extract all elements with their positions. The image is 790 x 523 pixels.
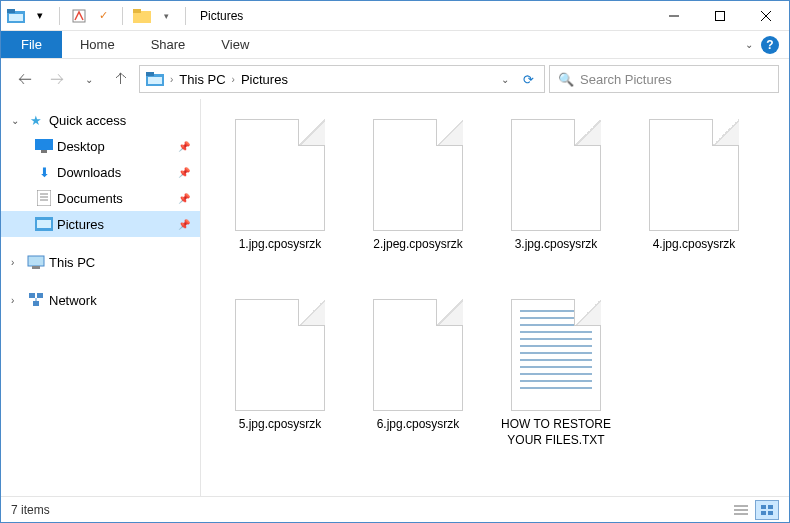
- svg-rect-11: [146, 72, 154, 76]
- folder-icon[interactable]: [131, 5, 153, 27]
- sidebar-item-documents[interactable]: Documents 📌: [1, 185, 200, 211]
- checkmark-icon: ✓: [92, 5, 114, 27]
- item-count: 7 items: [11, 503, 50, 517]
- forward-button[interactable]: 🡢: [43, 65, 71, 93]
- file-name: HOW TO RESTORE YOUR FILES.TXT: [496, 417, 616, 448]
- file-name: 3.jpg.cposysrzk: [515, 237, 598, 253]
- tab-share[interactable]: Share: [133, 31, 204, 58]
- sidebar-item-label: Desktop: [57, 139, 105, 154]
- title-bar: ▾ ✓ ▾ Pictures: [1, 1, 789, 31]
- expand-icon[interactable]: ›: [11, 257, 23, 268]
- sidebar-network[interactable]: › Network: [1, 287, 200, 313]
- file-item[interactable]: 2.jpeg.cposysrzk: [349, 113, 487, 293]
- search-icon: 🔍: [558, 72, 574, 87]
- file-list[interactable]: 1.jpg.cposysrzk2.jpeg.cposysrzk3.jpg.cpo…: [201, 99, 789, 497]
- collapse-icon[interactable]: ⌄: [11, 115, 23, 126]
- up-button[interactable]: 🡡: [107, 65, 135, 93]
- large-icons-view-button[interactable]: [755, 500, 779, 520]
- svg-rect-31: [768, 505, 773, 509]
- chevron-right-icon[interactable]: ›: [170, 74, 173, 85]
- sidebar-item-label: Pictures: [57, 217, 104, 232]
- file-item[interactable]: 6.jpg.cposysrzk: [349, 293, 487, 473]
- svg-rect-22: [32, 266, 40, 269]
- svg-rect-25: [33, 301, 39, 306]
- pin-icon: 📌: [178, 193, 190, 204]
- close-button[interactable]: [743, 1, 789, 31]
- svg-rect-13: [35, 139, 53, 150]
- search-input[interactable]: 🔍 Search Pictures: [549, 65, 779, 93]
- svg-rect-30: [761, 505, 766, 509]
- sidebar-item-pictures[interactable]: Pictures 📌: [1, 211, 200, 237]
- svg-rect-1: [7, 9, 15, 13]
- file-item[interactable]: 3.jpg.cposysrzk: [487, 113, 625, 293]
- svg-rect-2: [9, 14, 23, 21]
- back-button[interactable]: 🡠: [11, 65, 39, 93]
- expand-icon[interactable]: ›: [11, 295, 23, 306]
- sidebar-item-desktop[interactable]: Desktop 📌: [1, 133, 200, 159]
- sidebar-label: Quick access: [49, 113, 126, 128]
- svg-rect-32: [761, 511, 766, 515]
- svg-rect-15: [37, 190, 51, 206]
- blank-file-icon: [373, 119, 463, 231]
- qat-customize-dropdown-icon[interactable]: ▾: [155, 5, 177, 27]
- pictures-folder-icon: [146, 70, 164, 88]
- text-file-icon: [511, 299, 601, 411]
- tab-home[interactable]: Home: [62, 31, 133, 58]
- chevron-right-icon[interactable]: ›: [232, 74, 235, 85]
- properties-icon[interactable]: [68, 5, 90, 27]
- file-item[interactable]: 4.jpg.cposysrzk: [625, 113, 763, 293]
- sidebar-item-label: Documents: [57, 191, 123, 206]
- address-bar[interactable]: › This PC › Pictures ⌄ ⟳: [139, 65, 545, 93]
- folder-app-icon: [5, 5, 27, 27]
- network-icon: [27, 291, 45, 309]
- blank-file-icon: [235, 299, 325, 411]
- navigation-pane: ⌄ ★ Quick access Desktop 📌 ⬇ Downloads 📌…: [1, 99, 201, 497]
- maximize-button[interactable]: [697, 1, 743, 31]
- file-item[interactable]: 5.jpg.cposysrzk: [211, 293, 349, 473]
- file-item[interactable]: HOW TO RESTORE YOUR FILES.TXT: [487, 293, 625, 473]
- file-tab[interactable]: File: [1, 31, 62, 58]
- star-icon: ★: [27, 111, 45, 129]
- details-view-button[interactable]: [729, 500, 753, 520]
- sidebar-label: Network: [49, 293, 97, 308]
- svg-rect-33: [768, 511, 773, 515]
- minimize-button[interactable]: [651, 1, 697, 31]
- svg-rect-14: [41, 150, 47, 153]
- svg-rect-5: [133, 9, 141, 13]
- documents-icon: [35, 189, 53, 207]
- desktop-icon: [35, 137, 53, 155]
- sidebar-label: This PC: [49, 255, 95, 270]
- pictures-icon: [35, 215, 53, 233]
- help-icon[interactable]: ?: [761, 36, 779, 54]
- qat-dropdown-icon[interactable]: ▾: [29, 5, 51, 27]
- sidebar-item-downloads[interactable]: ⬇ Downloads 📌: [1, 159, 200, 185]
- recent-locations-dropdown[interactable]: ⌄: [75, 65, 103, 93]
- breadcrumb-pictures[interactable]: Pictures: [241, 72, 288, 87]
- computer-icon: [27, 253, 45, 271]
- blank-file-icon: [511, 119, 601, 231]
- file-name: 2.jpeg.cposysrzk: [373, 237, 462, 253]
- blank-file-icon: [649, 119, 739, 231]
- svg-rect-24: [37, 293, 43, 298]
- pin-icon: 📌: [178, 219, 190, 230]
- refresh-icon[interactable]: ⟳: [519, 72, 538, 87]
- breadcrumb-this-pc[interactable]: This PC: [179, 72, 225, 87]
- quick-access-toolbar: ▾ ✓ ▾: [1, 5, 196, 27]
- file-name: 4.jpg.cposysrzk: [653, 237, 736, 253]
- file-name: 1.jpg.cposysrzk: [239, 237, 322, 253]
- address-dropdown-icon[interactable]: ⌄: [497, 74, 513, 85]
- sidebar-item-label: Downloads: [57, 165, 121, 180]
- file-name: 6.jpg.cposysrzk: [377, 417, 460, 433]
- tab-view[interactable]: View: [203, 31, 267, 58]
- svg-rect-20: [37, 220, 51, 228]
- sidebar-quick-access[interactable]: ⌄ ★ Quick access: [1, 107, 200, 133]
- file-item[interactable]: 1.jpg.cposysrzk: [211, 113, 349, 293]
- search-placeholder: Search Pictures: [580, 72, 672, 87]
- ribbon-tabs: File Home Share View ⌄ ?: [1, 31, 789, 59]
- sidebar-this-pc[interactable]: › This PC: [1, 249, 200, 275]
- svg-rect-23: [29, 293, 35, 298]
- pin-icon: 📌: [178, 167, 190, 178]
- ribbon-collapse-icon[interactable]: ⌄: [745, 39, 753, 50]
- blank-file-icon: [235, 119, 325, 231]
- svg-rect-12: [148, 77, 162, 84]
